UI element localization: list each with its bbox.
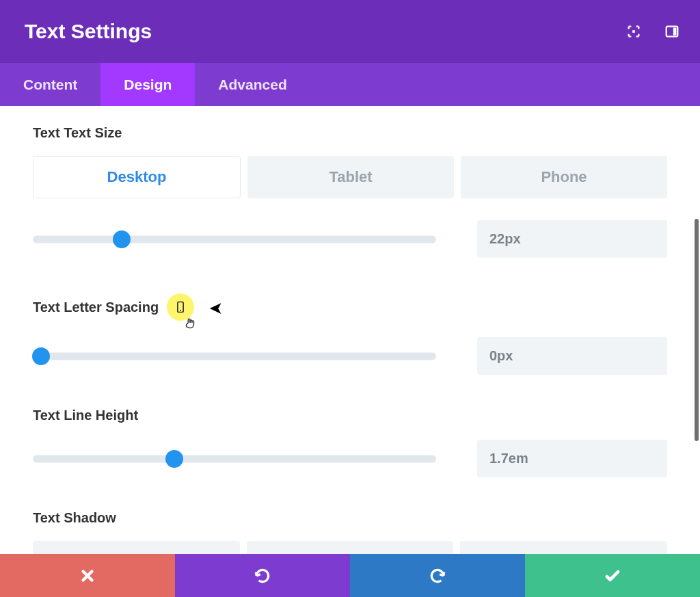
cursor-icon: ➤ — [210, 300, 222, 317]
modal-title: Text Settings — [25, 20, 625, 43]
device-tab-tablet[interactable]: Tablet — [247, 156, 454, 198]
line-height-slider[interactable] — [33, 449, 436, 469]
text-shadow-label: Text Shadow — [33, 510, 667, 526]
tab-design[interactable]: Design — [100, 63, 195, 106]
device-tab-desktop[interactable]: Desktop — [33, 156, 241, 198]
phone-icon — [174, 300, 187, 314]
text-shadow-none[interactable] — [33, 541, 240, 554]
expand-icon[interactable] — [625, 23, 643, 40]
svg-rect-0 — [632, 30, 635, 33]
letter-spacing-slider-thumb[interactable] — [32, 347, 50, 365]
slider-track — [33, 235, 436, 243]
slider-track — [33, 455, 436, 462]
hand-cursor-icon — [183, 316, 198, 331]
redo-button[interactable] — [350, 554, 525, 597]
tab-advanced[interactable]: Advanced — [195, 63, 310, 106]
tab-content[interactable]: Content — [0, 63, 100, 106]
letter-spacing-slider-row: 0px — [33, 337, 667, 375]
slider-track — [33, 352, 436, 360]
line-height-slider-row: 1.7em — [33, 440, 667, 477]
panel-toggle-icon[interactable] — [663, 23, 681, 40]
line-height-label: Text Line Height — [33, 408, 667, 423]
text-shadow-preset-2[interactable]: aA — [460, 541, 667, 554]
check-icon — [603, 566, 622, 585]
text-shadow-preset-1[interactable]: aA — [247, 541, 454, 554]
text-size-label: Text Text Size — [33, 125, 667, 141]
svg-point-4 — [180, 310, 181, 311]
save-button[interactable] — [525, 554, 700, 597]
text-size-value[interactable]: 22px — [477, 220, 667, 258]
svg-rect-2 — [673, 28, 677, 36]
cancel-button[interactable] — [0, 554, 175, 597]
redo-icon — [429, 567, 446, 585]
device-tab-phone[interactable]: Phone — [461, 156, 667, 198]
undo-icon — [254, 567, 271, 585]
scrollbar[interactable] — [695, 219, 699, 441]
line-height-slider-thumb[interactable] — [165, 450, 183, 468]
line-height-value[interactable]: 1.7em — [477, 440, 667, 477]
settings-tabs: Content Design Advanced — [0, 63, 700, 106]
letter-spacing-label-text: Text Letter Spacing — [33, 300, 159, 315]
letter-spacing-value[interactable]: 0px — [477, 337, 667, 375]
settings-body: Text Text Size Desktop Tablet Phone 22px… — [0, 106, 700, 554]
letter-spacing-hover-toggle[interactable]: ➤ — [202, 293, 230, 321]
text-shadow-presets: aA aA — [33, 541, 667, 554]
text-size-slider-row: 22px — [33, 220, 667, 258]
undo-button[interactable] — [175, 554, 350, 597]
text-size-slider[interactable] — [33, 229, 436, 250]
text-size-device-tabs: Desktop Tablet Phone — [33, 156, 667, 198]
modal-footer — [0, 554, 700, 597]
modal-header: Text Settings — [0, 0, 700, 63]
letter-spacing-responsive-toggle[interactable] — [167, 293, 194, 321]
text-size-slider-thumb[interactable] — [113, 230, 131, 248]
close-icon — [79, 567, 96, 585]
header-actions — [625, 23, 681, 40]
letter-spacing-label: Text Letter Spacing ➤ — [33, 293, 667, 321]
letter-spacing-slider[interactable] — [33, 346, 436, 367]
